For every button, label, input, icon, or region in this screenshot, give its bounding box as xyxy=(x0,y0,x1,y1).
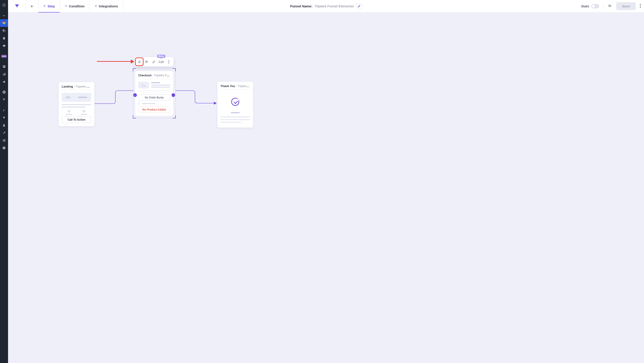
svg-rect-13 xyxy=(4,91,5,92)
checkout-fields-placeholder xyxy=(138,90,170,92)
stats-toggle[interactable]: Stats xyxy=(581,4,599,8)
node-checkout[interactable]: Checkout - Tripwire Funne… No Order Bump… xyxy=(135,71,174,116)
toggle-switch[interactable] xyxy=(592,4,599,8)
connector-checkout-thankyou xyxy=(175,91,218,104)
landing-text-placeholder xyxy=(62,104,91,108)
save-button[interactable]: Save xyxy=(616,2,636,10)
svg-point-16 xyxy=(3,124,5,125)
landing-hero-placeholder xyxy=(62,93,91,102)
node-edit-button[interactable] xyxy=(150,58,157,65)
archive-icon[interactable] xyxy=(0,63,8,70)
divider xyxy=(603,3,603,9)
funnel-name-label: Funnel Name: xyxy=(290,4,312,8)
svg-rect-17 xyxy=(3,139,5,140)
node-preview-button[interactable] xyxy=(143,58,150,65)
svg-point-20 xyxy=(3,139,4,140)
tab-step-label: Step xyxy=(48,4,55,8)
svg-point-25 xyxy=(640,4,641,5)
settings-icon[interactable] xyxy=(0,137,8,144)
svg-point-31 xyxy=(168,60,169,61)
svg-rect-9 xyxy=(4,73,4,75)
ab-label: A|B xyxy=(158,60,164,64)
svg-rect-5 xyxy=(3,30,5,32)
checkout-check-placeholder xyxy=(138,103,170,104)
marketing-icon[interactable] xyxy=(0,78,8,86)
thankyou-text-placeholder xyxy=(220,116,250,123)
node-settings-button[interactable] xyxy=(136,58,143,65)
back-button[interactable] xyxy=(26,0,38,13)
svg-point-30 xyxy=(146,61,147,62)
analytics-icon[interactable] xyxy=(0,70,8,78)
elementor-icon[interactable] xyxy=(0,88,8,96)
checkout-thumb-placeholder xyxy=(138,82,149,88)
svg-point-28 xyxy=(142,84,143,85)
no-product-added-badge: No Product Added xyxy=(138,107,170,113)
comments-icon[interactable] xyxy=(0,42,8,50)
funnel-name-value: Tripwire Funnel Elementor xyxy=(314,4,354,8)
svg-point-27 xyxy=(640,7,641,8)
svg-point-21 xyxy=(4,140,5,141)
templates-icon[interactable] xyxy=(0,96,8,103)
svg-point-24 xyxy=(609,5,610,6)
annotation-arrow xyxy=(97,61,134,63)
tools-icon[interactable] xyxy=(0,129,8,137)
svg-rect-2 xyxy=(3,23,5,24)
dashboard-icon[interactable] xyxy=(0,1,8,9)
svg-point-32 xyxy=(168,61,169,62)
connector-landing-checkout xyxy=(94,91,134,104)
thankyou-check-icon xyxy=(220,92,250,111)
stats-label: Stats xyxy=(581,4,589,8)
media-icon[interactable] xyxy=(0,27,8,35)
thankyou-heading-placeholder xyxy=(231,112,240,113)
plugins-icon[interactable] xyxy=(0,114,8,121)
wp-admin-sidebar: woo xyxy=(0,0,8,363)
node-landing-subtitle: - Tripwire Funne… xyxy=(73,85,94,88)
collapse-icon[interactable] xyxy=(0,144,8,152)
users-icon[interactable] xyxy=(0,121,8,129)
svg-rect-10 xyxy=(5,73,5,75)
node-thankyou-title: Thank You xyxy=(220,84,235,88)
node-thankyou-subtitle: - Tripwire Funne… xyxy=(235,84,253,88)
woocommerce-icon[interactable]: woo xyxy=(0,52,8,60)
no-order-bump-badge: No Order Bump xyxy=(138,95,170,101)
node-landing-title: Landing xyxy=(62,85,73,88)
edit-funnel-name-button[interactable] xyxy=(356,3,362,9)
svg-point-33 xyxy=(168,63,169,64)
appearance-icon[interactable] xyxy=(0,106,8,114)
svg-rect-8 xyxy=(3,74,3,75)
node-checkout-title: Checkout xyxy=(138,74,152,77)
landing-features-placeholder xyxy=(62,110,91,115)
checkout-port-in[interactable]: ← xyxy=(133,93,137,97)
node-ab-test-button[interactable]: Beta A|B xyxy=(158,58,165,65)
tab-step[interactable]: +Step xyxy=(38,0,60,13)
tab-condition[interactable]: +Condition xyxy=(60,0,90,13)
svg-rect-6 xyxy=(3,65,6,66)
save-label: Save xyxy=(622,4,630,8)
svg-rect-14 xyxy=(4,92,5,92)
checkout-port-out[interactable]: → xyxy=(172,93,175,97)
funnel-canvas[interactable]: Landing - Tripwire Funne… Call To Action… xyxy=(8,13,644,363)
tab-integrations[interactable]: +Integrations xyxy=(90,0,123,13)
more-menu[interactable] xyxy=(640,4,641,9)
svg-rect-15 xyxy=(4,92,5,93)
node-checkout-selection: Checkout - Tripwire Funne… No Order Bump… xyxy=(133,68,176,118)
node-thankyou[interactable]: Thank You - Tripwire Funne… xyxy=(217,82,253,128)
svg-rect-3 xyxy=(3,24,5,24)
landing-cta-button: Call To Action xyxy=(62,116,91,123)
node-toolbar: Beta A|B xyxy=(134,57,174,67)
svg-rect-12 xyxy=(3,91,4,93)
funnel-icon[interactable] xyxy=(0,19,8,27)
pages-icon[interactable] xyxy=(0,35,8,42)
node-landing[interactable]: Landing - Tripwire Funne… Call To Action xyxy=(58,82,94,126)
checkout-text-placeholder xyxy=(151,82,170,88)
beta-badge: Beta xyxy=(157,55,165,58)
svg-point-26 xyxy=(640,5,641,6)
tab-integrations-label: Integrations xyxy=(99,4,118,8)
app-logo[interactable] xyxy=(8,0,26,13)
node-more-button[interactable] xyxy=(166,58,172,65)
pin-icon[interactable] xyxy=(0,12,8,19)
preview-button[interactable] xyxy=(607,4,612,9)
svg-rect-7 xyxy=(3,66,5,68)
svg-point-22 xyxy=(4,141,4,142)
node-checkout-subtitle: - Tripwire Funne… xyxy=(152,74,173,77)
